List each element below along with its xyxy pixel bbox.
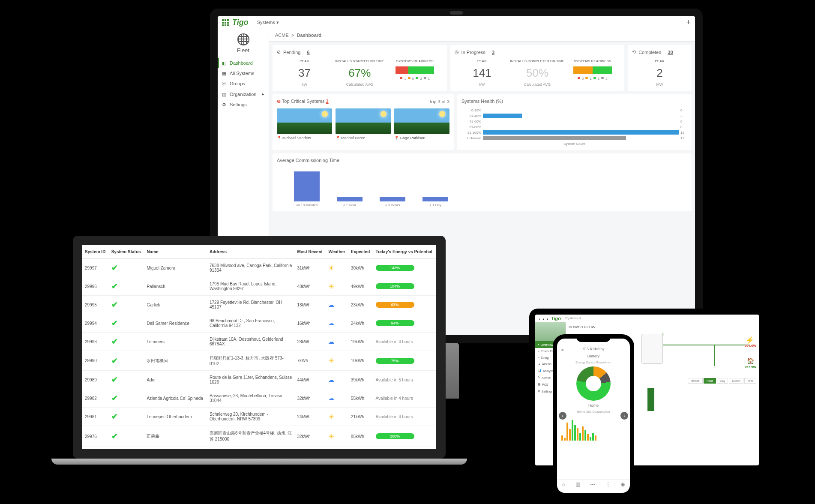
- cloud-icon: ☁: [328, 301, 334, 308]
- range-day[interactable]: Day: [717, 378, 728, 384]
- sidebar-item-organization[interactable]: ▥Organization▸: [218, 89, 269, 99]
- weather-cell: ☀: [326, 447, 348, 450]
- grid-value: -554.6W: [743, 344, 756, 348]
- sun-icon: ☀: [328, 264, 334, 272]
- check-icon: ✔: [111, 394, 118, 402]
- table-row[interactable]: 29976✔正荣鑫高新区泰山路6号和泰产业楼4号楼, 扬州, 江苏 215000…: [82, 426, 436, 447]
- add-icon[interactable]: +: [686, 18, 691, 27]
- breadcrumb-root[interactable]: ACME: [275, 33, 289, 38]
- check-icon: ✔: [111, 375, 118, 384]
- weather-cell: ☀: [326, 351, 348, 371]
- most-recent: 32kWh: [294, 389, 326, 408]
- in-progress-count[interactable]: 3: [492, 50, 494, 55]
- table-row[interactable]: 29997✔Miguel Zamora7638 Milwood ave, Can…: [82, 259, 436, 277]
- brand-logo[interactable]: Tigo: [232, 18, 249, 27]
- system-id: 29982: [82, 389, 109, 408]
- globe-icon: [237, 33, 249, 45]
- system-address: 貝塚郡貝町1-13-3, 枚方市, 大阪府 573-0102: [207, 351, 294, 371]
- energy-pill: 104%: [376, 283, 414, 289]
- critical-card-0[interactable]: 📍Michael Sanders: [277, 108, 332, 140]
- apps-icon[interactable]: ⋮⋮⋮: [538, 316, 549, 321]
- nav-trend-icon[interactable]: 〜: [590, 481, 595, 489]
- weather-cell: ☀: [326, 426, 348, 447]
- sidebar-item-dashboard[interactable]: ◧Dashboard: [218, 58, 269, 68]
- table-row[interactable]: 29993✔LemmersDijkstraat 10A, Oosterhout,…: [82, 333, 436, 351]
- nav-more-icon[interactable]: ⋮: [605, 481, 611, 489]
- table-row[interactable]: 29996✔Pallansch1795 Mud Bay Road, Lopez …: [82, 277, 436, 296]
- menu-icon[interactable]: ≡: [561, 348, 563, 352]
- systems-dropdown[interactable]: Systems ▾: [565, 316, 581, 320]
- next-arrow[interactable]: ›: [620, 412, 628, 420]
- critical-count[interactable]: 3: [326, 99, 329, 104]
- table-row[interactable]: 29981✔Lennepec OberhundemSchnierweg 20, …: [82, 408, 436, 426]
- system-id: 29997: [82, 259, 109, 277]
- nav-home-icon[interactable]: ⌂: [562, 481, 565, 489]
- progress-installs: INSTALLS COMPLETED ON TIME 50% Calculate…: [509, 59, 565, 87]
- battery-section-label: Battery: [557, 354, 630, 358]
- pending-count[interactable]: 6: [307, 50, 309, 55]
- system-address: Schnierweg 20, Kirchhundem - Oberhundem,…: [207, 408, 294, 426]
- weather-cell: ☁: [326, 314, 348, 333]
- progress-readiness: SYSTEMS READINESS 0112: [565, 59, 620, 87]
- completed-count[interactable]: 30: [668, 50, 673, 55]
- energy-cell: Available in 4 hours: [373, 333, 436, 351]
- cloud-icon: ☁: [328, 320, 334, 327]
- table-row[interactable]: 29990✔水田電機㈱貝塚郡貝町1-13-3, 枚方市, 大阪府 573-010…: [82, 351, 436, 371]
- weather-cell: ☀: [326, 408, 348, 426]
- range-month[interactable]: Month: [729, 378, 743, 384]
- camera-notch: [450, 11, 463, 15]
- grid-icon: ▦: [222, 71, 227, 76]
- sidebar-item-settings[interactable]: ⚙Settings: [218, 99, 269, 110]
- system-id: 29976: [82, 426, 109, 447]
- system-status: ✔: [109, 371, 144, 389]
- energy-cell: 75%: [373, 351, 436, 371]
- apps-grid-icon[interactable]: [222, 19, 229, 26]
- gear-icon: ⚙: [222, 102, 227, 107]
- range-year[interactable]: Year: [744, 378, 756, 384]
- energy-cell: Available in 5 hours: [373, 371, 436, 389]
- energy-pill: 63%: [376, 302, 414, 308]
- system-status: ✔: [109, 277, 144, 296]
- systems-dropdown[interactable]: Systems ▾: [257, 20, 279, 25]
- table-row[interactable]: 29974✔Hoogenraad PowerZuideinde, Monnick…: [82, 447, 436, 450]
- system-name: Dell Samer Residence: [144, 314, 207, 333]
- cloud-icon: ☁: [328, 395, 334, 402]
- phone-title: ICA Kirkeliby: [582, 347, 605, 351]
- energy-cell: 94%: [373, 314, 436, 333]
- check-icon: ✔: [111, 412, 118, 421]
- weather-cell: ☁: [326, 333, 348, 351]
- system-status: ✔: [109, 259, 144, 277]
- critical-card-2[interactable]: 📍Gage Parkison: [394, 108, 449, 140]
- system-id: 29994: [82, 314, 109, 333]
- expected: 49kWh: [348, 277, 373, 296]
- system-name: 正荣鑫: [144, 426, 207, 447]
- energy-pill: 200%: [376, 433, 414, 439]
- range-minute[interactable]: Minute: [688, 378, 703, 384]
- prev-arrow[interactable]: ‹: [559, 412, 566, 420]
- availability-text: Available in 4 hours: [376, 339, 413, 344]
- critical-card-1[interactable]: 📍Maribel Perez: [336, 108, 391, 140]
- system-id: 29996: [82, 277, 109, 296]
- table-row[interactable]: 29989✔AdorRoute de la Gare 11ter, Echand…: [82, 371, 436, 389]
- nav-user-icon[interactable]: ◉: [620, 481, 625, 489]
- sidebar-item-all-systems[interactable]: ▦All Systems: [218, 68, 269, 78]
- cloud-icon: ☁: [328, 338, 334, 345]
- sidebar-item-groups[interactable]: ⦾Groups: [218, 78, 269, 89]
- system-name: Pallansch: [144, 277, 207, 296]
- nav-chart-icon[interactable]: ▥: [575, 481, 580, 489]
- breadcrumb-current: Dashboard: [297, 33, 321, 38]
- inverter-icon: ⌇: [641, 334, 663, 364]
- system-status: ✔: [109, 447, 144, 450]
- brand-logo[interactable]: Tigo: [551, 316, 561, 321]
- home-section-label: Home: [557, 403, 630, 408]
- check-icon: ✔: [111, 357, 118, 365]
- table-row[interactable]: 29994✔Dell Samer Residence98 Beachmont D…: [82, 314, 436, 333]
- energy-cell: Available in 4 hours: [373, 447, 436, 450]
- system-name: 水田電機㈱: [144, 351, 207, 371]
- building-icon: ▥: [222, 92, 227, 97]
- table-row[interactable]: 29982✔Azienda Agricola Ca' SpinedaBassan…: [82, 389, 436, 408]
- range-hour[interactable]: Hour: [704, 378, 716, 384]
- table-row[interactable]: 29995✔Garlick1729 Fayetteville Rd, Blanc…: [82, 296, 436, 314]
- tablet-topbar: ⋮⋮⋮ Tigo Systems ▾: [535, 315, 759, 322]
- weather-cell: ☁: [326, 371, 348, 389]
